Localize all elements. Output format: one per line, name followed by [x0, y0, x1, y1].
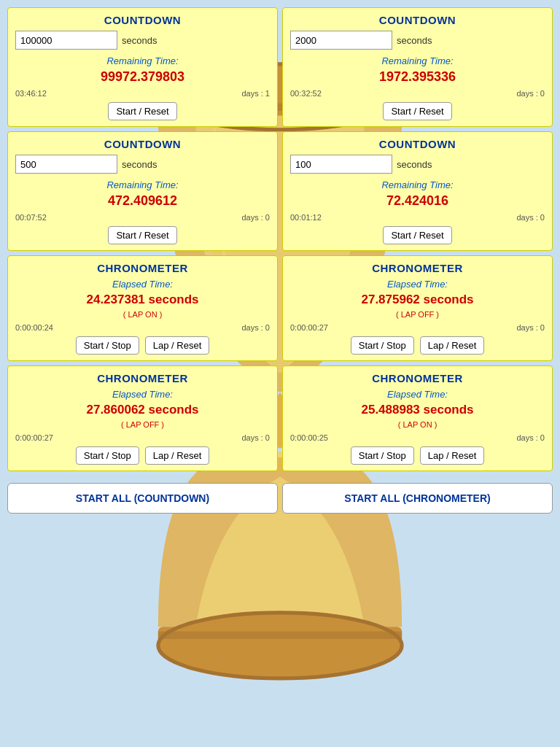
btn-row-4: Start / Reset	[290, 226, 545, 244]
countdown-title-4: COUNTDOWN	[290, 138, 545, 150]
start-stop-btn-2[interactable]: Start / Stop	[351, 336, 414, 355]
chrono-widget-1: CHRONOMETER Elapsed Time: 24.237381 seco…	[7, 255, 278, 361]
time-value-2: 1972.395336	[290, 69, 545, 85]
lap-reset-btn-1[interactable]: Lap / Reset	[145, 336, 210, 355]
start-all-countdown-button[interactable]: START ALL (COUNTDOWN)	[7, 483, 278, 514]
days-label-3: days : 0	[241, 213, 270, 222]
chrono-title-3: CHRONOMETER	[15, 372, 270, 384]
seconds-label-4: seconds	[397, 159, 432, 170]
start-reset-btn-3[interactable]: Start / Reset	[108, 226, 176, 244]
days-label-1: days : 1	[241, 89, 270, 98]
remaining-label-3: Remaining Time:	[15, 179, 270, 190]
svg-point-6	[158, 613, 402, 678]
time-value-1: 99972.379803	[15, 69, 270, 85]
main-grid: COUNTDOWN seconds Remaining Time: 99972.…	[0, 0, 560, 471]
chrono-title-4: CHRONOMETER	[290, 372, 545, 384]
chrono-meta-2: 0:00:00:27 days : 0	[290, 323, 545, 332]
elapsed-value-1: 24.237381 seconds	[15, 293, 270, 307]
time-display-2: 00:32:52	[290, 89, 322, 98]
chrono-display-1: 0:00:00:24	[15, 323, 53, 332]
time-display-1: 03:46:12	[15, 89, 47, 98]
countdown-input-row-2: seconds	[290, 31, 545, 50]
elapsed-value-3: 27.860062 seconds	[15, 403, 270, 417]
elapsed-label-3: Elapsed Time:	[15, 389, 270, 400]
lap-reset-btn-3[interactable]: Lap / Reset	[145, 446, 210, 465]
chrono-title-1: CHRONOMETER	[15, 262, 270, 274]
btn-row-2: Start / Reset	[290, 102, 545, 120]
elapsed-label-2: Elapsed Time:	[290, 279, 545, 290]
start-reset-btn-4[interactable]: Start / Reset	[383, 226, 451, 244]
countdown-title-2: COUNTDOWN	[290, 14, 545, 26]
chrono-title-2: CHRONOMETER	[290, 262, 545, 274]
chrono-btn-row-3: Start / Stop Lap / Reset	[15, 446, 270, 465]
chrono-meta-4: 0:00:00:25 days : 0	[290, 433, 545, 442]
btn-row-3: Start / Reset	[15, 226, 270, 244]
days-label-2: days : 0	[516, 89, 545, 98]
countdown-input-row-4: seconds	[290, 155, 545, 174]
countdown-input-4[interactable]	[290, 155, 392, 174]
svg-rect-8	[158, 632, 402, 639]
countdown-input-row-1: seconds	[15, 31, 270, 50]
days-label-4: days : 0	[516, 213, 545, 222]
countdown-widget-3: COUNTDOWN seconds Remaining Time: 472.40…	[7, 131, 278, 251]
time-meta-2: 00:32:52 days : 0	[290, 89, 545, 98]
countdown-input-3[interactable]	[15, 155, 117, 174]
svg-point-4	[158, 613, 402, 678]
time-value-4: 72.424016	[290, 193, 545, 209]
lap-reset-btn-4[interactable]: Lap / Reset	[420, 446, 485, 465]
chrono-days-4: days : 0	[516, 433, 545, 442]
countdown-input-2[interactable]	[290, 31, 392, 50]
seconds-label-3: seconds	[122, 159, 157, 170]
start-reset-btn-1[interactable]: Start / Reset	[108, 102, 176, 120]
bottom-bar: START ALL (COUNTDOWN) START ALL (CHRONOM…	[0, 476, 560, 521]
chrono-meta-3: 0:00:00:27 days : 0	[15, 433, 270, 442]
lap-status-3: ( LAP OFF )	[15, 420, 270, 429]
lap-reset-btn-2[interactable]: Lap / Reset	[420, 336, 485, 355]
time-display-3: 00:07:52	[15, 213, 47, 222]
chrono-days-3: days : 0	[241, 433, 270, 442]
svg-rect-3	[158, 627, 402, 646]
elapsed-value-4: 25.488983 seconds	[290, 403, 545, 417]
chrono-display-4: 0:00:00:25	[290, 433, 328, 442]
start-stop-btn-3[interactable]: Start / Stop	[76, 446, 139, 465]
start-reset-btn-2[interactable]: Start / Reset	[383, 102, 451, 120]
lap-status-4: ( LAP ON )	[290, 420, 545, 429]
start-all-chrono-button[interactable]: START ALL (CHRONOMETER)	[282, 483, 553, 514]
countdown-input-1[interactable]	[15, 31, 117, 50]
time-meta-1: 03:46:12 days : 1	[15, 89, 270, 98]
elapsed-label-4: Elapsed Time:	[290, 389, 545, 400]
chrono-widget-2: CHRONOMETER Elapsed Time: 27.875962 seco…	[282, 255, 553, 361]
countdown-widget-1: COUNTDOWN seconds Remaining Time: 99972.…	[7, 7, 278, 127]
seconds-label-2: seconds	[397, 35, 432, 46]
remaining-label-4: Remaining Time:	[290, 179, 545, 190]
lap-status-2: ( LAP OFF )	[290, 310, 545, 319]
lap-status-1: ( LAP ON )	[15, 310, 270, 319]
remaining-label-1: Remaining Time:	[15, 55, 270, 66]
chrono-btn-row-2: Start / Stop Lap / Reset	[290, 336, 545, 355]
chrono-display-2: 0:00:00:27	[290, 323, 328, 332]
btn-row-1: Start / Reset	[15, 102, 270, 120]
seconds-label-1: seconds	[122, 35, 157, 46]
chrono-days-2: days : 0	[516, 323, 545, 332]
chrono-btn-row-1: Start / Stop Lap / Reset	[15, 336, 270, 355]
time-display-4: 00:01:12	[290, 213, 322, 222]
chrono-days-1: days : 0	[241, 323, 270, 332]
countdown-title-1: COUNTDOWN	[15, 14, 270, 26]
start-stop-btn-1[interactable]: Start / Stop	[76, 336, 139, 355]
chrono-btn-row-4: Start / Stop Lap / Reset	[290, 446, 545, 465]
chrono-meta-1: 0:00:00:24 days : 0	[15, 323, 270, 332]
chrono-display-3: 0:00:00:27	[15, 433, 53, 442]
elapsed-value-2: 27.875962 seconds	[290, 293, 545, 307]
start-stop-btn-4[interactable]: Start / Stop	[351, 446, 414, 465]
countdown-widget-4: COUNTDOWN seconds Remaining Time: 72.424…	[282, 131, 553, 251]
countdown-title-3: COUNTDOWN	[15, 138, 270, 150]
countdown-widget-2: COUNTDOWN seconds Remaining Time: 1972.3…	[282, 7, 553, 127]
countdown-input-row-3: seconds	[15, 155, 270, 174]
time-meta-4: 00:01:12 days : 0	[290, 213, 545, 222]
chrono-widget-4: CHRONOMETER Elapsed Time: 25.488983 seco…	[282, 365, 553, 471]
chrono-widget-3: CHRONOMETER Elapsed Time: 27.860062 seco…	[7, 365, 278, 471]
time-meta-3: 00:07:52 days : 0	[15, 213, 270, 222]
time-value-3: 472.409612	[15, 193, 270, 209]
elapsed-label-1: Elapsed Time:	[15, 279, 270, 290]
remaining-label-2: Remaining Time:	[290, 55, 545, 66]
